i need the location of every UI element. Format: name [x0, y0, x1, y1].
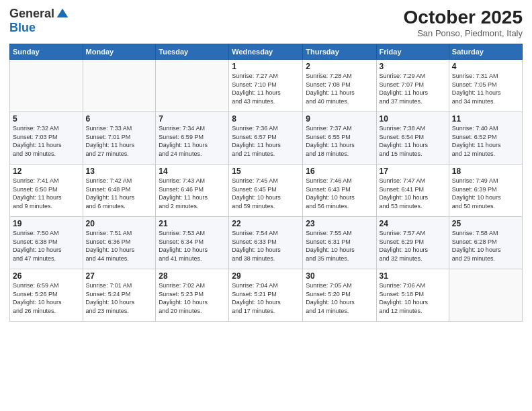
logo-text: General — [9, 7, 69, 21]
table-row — [83, 60, 156, 112]
day-info: Sunrise: 7:57 AM Sunset: 6:29 PM Dayligh… — [380, 229, 446, 263]
table-row: 3Sunrise: 7:29 AM Sunset: 7:07 PM Daylig… — [376, 60, 449, 112]
table-row: 23Sunrise: 7:55 AM Sunset: 6:31 PM Dayli… — [303, 217, 376, 269]
day-info: Sunrise: 7:46 AM Sunset: 6:43 PM Dayligh… — [306, 177, 373, 210]
day-info: Sunrise: 7:06 AM Sunset: 5:18 PM Dayligh… — [380, 281, 446, 315]
day-number: 15 — [232, 167, 300, 176]
day-number: 21 — [159, 219, 226, 228]
table-row: 24Sunrise: 7:57 AM Sunset: 6:29 PM Dayli… — [376, 217, 449, 269]
day-info: Sunrise: 7:05 AM Sunset: 5:20 PM Dayligh… — [306, 281, 373, 315]
day-number: 5 — [13, 114, 80, 124]
day-number: 20 — [86, 219, 153, 228]
table-row: 30Sunrise: 7:05 AM Sunset: 5:20 PM Dayli… — [303, 269, 376, 322]
calendar-header-row: Sunday Monday Tuesday Wednesday Thursday… — [10, 44, 523, 60]
day-number: 28 — [159, 271, 226, 281]
col-wednesday: Wednesday — [229, 44, 303, 60]
day-number: 2 — [306, 62, 373, 71]
table-row: 12Sunrise: 7:41 AM Sunset: 6:50 PM Dayli… — [10, 165, 83, 217]
table-row: 28Sunrise: 7:02 AM Sunset: 5:23 PM Dayli… — [156, 269, 229, 322]
day-number: 16 — [306, 167, 373, 176]
logo-blue: Blue — [9, 21, 36, 35]
table-row — [10, 60, 83, 112]
day-info: Sunrise: 7:49 AM Sunset: 6:39 PM Dayligh… — [452, 177, 519, 210]
day-info: Sunrise: 7:04 AM Sunset: 5:21 PM Dayligh… — [232, 281, 300, 315]
day-info: Sunrise: 7:01 AM Sunset: 5:24 PM Dayligh… — [86, 281, 153, 315]
table-row — [449, 269, 522, 322]
day-info: Sunrise: 7:36 AM Sunset: 6:57 PM Dayligh… — [232, 124, 300, 158]
calendar-week-4: 19Sunrise: 7:50 AM Sunset: 6:38 PM Dayli… — [10, 217, 523, 269]
day-number: 11 — [452, 114, 519, 124]
day-number: 8 — [232, 114, 300, 124]
day-info: Sunrise: 7:42 AM Sunset: 6:48 PM Dayligh… — [86, 177, 153, 210]
day-info: Sunrise: 7:58 AM Sunset: 6:28 PM Dayligh… — [452, 229, 519, 263]
day-info: Sunrise: 7:38 AM Sunset: 6:54 PM Dayligh… — [380, 124, 446, 158]
table-row: 22Sunrise: 7:54 AM Sunset: 6:33 PM Dayli… — [229, 217, 303, 269]
day-number: 6 — [86, 114, 153, 124]
table-row: 6Sunrise: 7:33 AM Sunset: 7:01 PM Daylig… — [83, 112, 156, 165]
day-info: Sunrise: 7:40 AM Sunset: 6:52 PM Dayligh… — [452, 124, 519, 158]
day-number: 26 — [13, 271, 80, 281]
day-number: 19 — [13, 219, 80, 228]
day-number: 9 — [306, 114, 373, 124]
logo-icon — [56, 7, 69, 21]
day-number: 23 — [306, 219, 373, 228]
day-info: Sunrise: 7:28 AM Sunset: 7:08 PM Dayligh… — [306, 72, 373, 105]
day-info: Sunrise: 7:53 AM Sunset: 6:34 PM Dayligh… — [159, 229, 226, 263]
day-info: Sunrise: 7:34 AM Sunset: 6:59 PM Dayligh… — [159, 124, 226, 158]
day-number: 25 — [452, 219, 519, 228]
day-info: Sunrise: 7:43 AM Sunset: 6:46 PM Dayligh… — [159, 177, 226, 210]
svg-marker-0 — [57, 8, 69, 17]
day-info: Sunrise: 7:47 AM Sunset: 6:41 PM Dayligh… — [380, 177, 446, 210]
day-number: 3 — [380, 62, 446, 71]
day-number: 12 — [13, 167, 80, 176]
day-info: Sunrise: 7:37 AM Sunset: 6:55 PM Dayligh… — [306, 124, 373, 158]
table-row: 26Sunrise: 6:59 AM Sunset: 5:26 PM Dayli… — [10, 269, 83, 322]
table-row: 15Sunrise: 7:45 AM Sunset: 6:45 PM Dayli… — [229, 165, 303, 217]
table-row: 2Sunrise: 7:28 AM Sunset: 7:08 PM Daylig… — [303, 60, 376, 112]
day-number: 27 — [86, 271, 153, 281]
table-row: 14Sunrise: 7:43 AM Sunset: 6:46 PM Dayli… — [156, 165, 229, 217]
table-row: 1Sunrise: 7:27 AM Sunset: 7:10 PM Daylig… — [229, 60, 303, 112]
table-row: 11Sunrise: 7:40 AM Sunset: 6:52 PM Dayli… — [449, 112, 522, 165]
day-info: Sunrise: 7:51 AM Sunset: 6:36 PM Dayligh… — [86, 229, 153, 263]
table-row: 8Sunrise: 7:36 AM Sunset: 6:57 PM Daylig… — [229, 112, 303, 165]
table-row: 10Sunrise: 7:38 AM Sunset: 6:54 PM Dayli… — [376, 112, 449, 165]
table-row: 19Sunrise: 7:50 AM Sunset: 6:38 PM Dayli… — [10, 217, 83, 269]
day-info: Sunrise: 7:41 AM Sunset: 6:50 PM Dayligh… — [13, 177, 80, 210]
table-row: 13Sunrise: 7:42 AM Sunset: 6:48 PM Dayli… — [83, 165, 156, 217]
col-friday: Friday — [376, 44, 449, 60]
day-number: 1 — [232, 62, 300, 71]
day-info: Sunrise: 7:33 AM Sunset: 7:01 PM Dayligh… — [86, 124, 153, 158]
table-row: 4Sunrise: 7:31 AM Sunset: 7:05 PM Daylig… — [449, 60, 522, 112]
col-sunday: Sunday — [10, 44, 83, 60]
day-number: 29 — [232, 271, 300, 281]
page: General Blue October 2025 San Ponso, Pie… — [0, 0, 532, 411]
day-number: 17 — [380, 167, 446, 176]
logo-general: General — [9, 7, 54, 21]
table-row: 7Sunrise: 7:34 AM Sunset: 6:59 PM Daylig… — [156, 112, 229, 165]
day-number: 22 — [232, 219, 300, 228]
col-tuesday: Tuesday — [156, 44, 229, 60]
calendar-week-3: 12Sunrise: 7:41 AM Sunset: 6:50 PM Dayli… — [10, 165, 523, 217]
day-number: 31 — [380, 271, 446, 281]
day-info: Sunrise: 7:27 AM Sunset: 7:10 PM Dayligh… — [232, 72, 300, 105]
day-info: Sunrise: 6:59 AM Sunset: 5:26 PM Dayligh… — [13, 281, 80, 315]
table-row — [156, 60, 229, 112]
day-number: 18 — [452, 167, 519, 176]
table-row: 5Sunrise: 7:32 AM Sunset: 7:03 PM Daylig… — [10, 112, 83, 165]
title-block: October 2025 San Ponso, Piedmont, Italy — [404, 7, 523, 38]
day-number: 7 — [159, 114, 226, 124]
day-info: Sunrise: 7:45 AM Sunset: 6:45 PM Dayligh… — [232, 177, 300, 210]
table-row: 9Sunrise: 7:37 AM Sunset: 6:55 PM Daylig… — [303, 112, 376, 165]
day-info: Sunrise: 7:32 AM Sunset: 7:03 PM Dayligh… — [13, 124, 80, 158]
table-row: 16Sunrise: 7:46 AM Sunset: 6:43 PM Dayli… — [303, 165, 376, 217]
table-row: 21Sunrise: 7:53 AM Sunset: 6:34 PM Dayli… — [156, 217, 229, 269]
col-saturday: Saturday — [449, 44, 522, 60]
day-info: Sunrise: 7:55 AM Sunset: 6:31 PM Dayligh… — [306, 229, 373, 263]
table-row: 29Sunrise: 7:04 AM Sunset: 5:21 PM Dayli… — [229, 269, 303, 322]
table-row: 27Sunrise: 7:01 AM Sunset: 5:24 PM Dayli… — [83, 269, 156, 322]
table-row: 20Sunrise: 7:51 AM Sunset: 6:36 PM Dayli… — [83, 217, 156, 269]
logo: General Blue — [9, 7, 69, 35]
col-monday: Monday — [83, 44, 156, 60]
day-number: 14 — [159, 167, 226, 176]
